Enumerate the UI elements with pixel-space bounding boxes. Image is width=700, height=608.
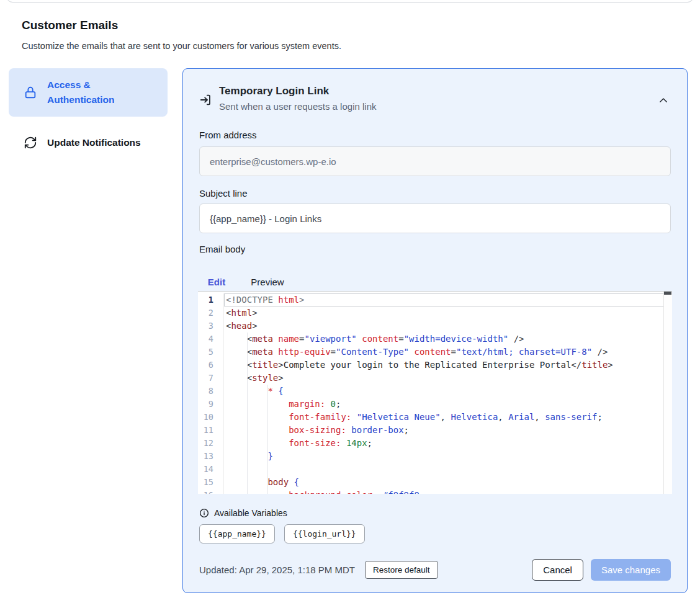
line-number: 9 <box>198 398 224 411</box>
sidebar-item-label: Access & Authentication <box>47 78 158 107</box>
subject-line-label: Subject line <box>199 188 248 199</box>
code-line[interactable]: 3<head> <box>198 320 672 333</box>
code-line-content: <title>Complete your login to the Replic… <box>224 359 672 372</box>
email-types-sidebar: Access & Authentication Update Notificat… <box>9 68 168 158</box>
line-number: 3 <box>198 320 224 333</box>
code-line-content: <meta http-equiv="Content-Type" content=… <box>224 346 672 359</box>
indent-guide <box>267 450 268 463</box>
save-changes-button[interactable]: Save changes <box>591 559 671 581</box>
indent-guide <box>247 346 248 359</box>
code-line[interactable]: 14 <box>198 463 672 476</box>
code-line[interactable]: 1<!DOCTYPE html> <box>198 293 672 306</box>
code-line[interactable]: 5 <meta http-equiv="Content-Type" conten… <box>198 346 672 359</box>
indent-guide <box>247 489 248 494</box>
login-icon <box>199 93 213 107</box>
refresh-icon <box>24 136 37 150</box>
card-subtitle: Sent when a user requests a login link <box>219 101 376 112</box>
line-number: 6 <box>198 359 224 372</box>
indent-guide <box>267 463 268 476</box>
code-line-content: font-family: "Helvetica Neue", Helvetica… <box>224 411 672 424</box>
variable-chip[interactable]: {{login_url}} <box>284 524 365 543</box>
indent-guide <box>247 450 248 463</box>
indent-guide <box>267 489 268 494</box>
page-title: Customer Emails <box>22 19 118 32</box>
code-line-content: <html> <box>224 306 672 320</box>
cancel-button[interactable]: Cancel <box>532 559 583 581</box>
indent-guide <box>247 398 248 411</box>
indent-guide <box>267 385 268 398</box>
indent-guide <box>247 333 248 346</box>
code-line[interactable]: 15 body { <box>198 476 672 489</box>
card-footer: Updated: Apr 29, 2025, 1:18 PM MDT Resto… <box>199 558 671 581</box>
tab-preview[interactable]: Preview <box>235 270 300 293</box>
variable-chips: {{app_name}}{{login_url}} <box>199 524 365 543</box>
sidebar-item-label: Update Notifications <box>47 135 141 150</box>
code-line[interactable]: 2<html> <box>198 306 672 320</box>
code-line-content: <!DOCTYPE html> <box>224 293 672 306</box>
line-number: 12 <box>198 437 224 450</box>
line-number: 4 <box>198 333 224 346</box>
from-address-input <box>199 146 671 176</box>
lock-icon <box>24 86 37 99</box>
editor-scrollbar-track[interactable] <box>663 292 672 494</box>
indent-guide <box>267 411 268 424</box>
code-line[interactable]: 8 * { <box>198 385 672 398</box>
tab-edit[interactable]: Edit <box>198 270 235 293</box>
code-line[interactable]: 6 <title>Complete your login to the Repl… <box>198 359 672 372</box>
line-number: 15 <box>198 476 224 489</box>
code-line[interactable]: 11 box-sizing: border-box; <box>198 424 672 437</box>
code-line[interactable]: 12 font-size: 14px; <box>198 437 672 450</box>
code-line-content: } <box>224 450 672 463</box>
code-line[interactable]: 13 } <box>198 450 672 463</box>
indent-guide <box>247 411 248 424</box>
code-line[interactable]: 9 margin: 0; <box>198 398 672 411</box>
code-line[interactable]: 16 background-color: #f9f9f9; <box>198 489 672 494</box>
sidebar-item-update-notifications[interactable]: Update Notifications <box>9 128 168 158</box>
temporary-login-link-card: Temporary Login Link Sent when a user re… <box>182 68 688 593</box>
line-number: 5 <box>198 346 224 359</box>
variable-chip[interactable]: {{app_name}} <box>199 524 275 543</box>
info-icon <box>199 508 209 518</box>
sidebar-item-access-authentication[interactable]: Access & Authentication <box>9 68 168 117</box>
code-line-content: box-sizing: border-box; <box>224 424 672 437</box>
available-variables-row: Available Variables <box>199 508 287 518</box>
editor-scrollbar-thumb[interactable] <box>664 292 671 295</box>
code-line[interactable]: 7 <style> <box>198 372 672 385</box>
previous-section-card-edge <box>6 0 694 2</box>
card-title: Temporary Login Link <box>219 85 329 97</box>
available-variables-label: Available Variables <box>214 508 287 518</box>
indent-guide <box>267 424 268 437</box>
line-number: 13 <box>198 450 224 463</box>
code-line[interactable]: 10 font-family: "Helvetica Neue", Helvet… <box>198 411 672 424</box>
code-line-content: body { <box>224 476 672 489</box>
email-body-code-editor[interactable]: 1<!DOCTYPE html>2<html>3<head>4 <meta na… <box>198 291 672 494</box>
email-body-label: Email body <box>199 244 245 254</box>
line-number: 2 <box>198 306 224 320</box>
indent-guide <box>247 385 248 398</box>
indent-guide <box>247 437 248 450</box>
code-line[interactable]: 4 <meta name="viewport" content="width=d… <box>198 333 672 346</box>
line-number: 14 <box>198 463 224 476</box>
code-line-content: <style> <box>224 372 672 385</box>
line-number: 1 <box>198 293 224 306</box>
line-number: 8 <box>198 385 224 398</box>
line-number: 10 <box>198 411 224 424</box>
code-line-content: <meta name="viewport" content="width=dev… <box>224 333 672 346</box>
updated-timestamp: Updated: Apr 29, 2025, 1:18 PM MDT <box>199 565 355 575</box>
line-number: 16 <box>198 489 224 494</box>
code-line-content: font-size: 14px; <box>224 437 672 450</box>
indent-guide <box>247 372 248 385</box>
indent-guide <box>247 424 248 437</box>
restore-default-button[interactable]: Restore default <box>365 561 438 579</box>
code-line-content <box>224 463 672 476</box>
code-line-content: margin: 0; <box>224 398 672 411</box>
code-line-content: background-color: #f9f9f9; <box>224 489 672 494</box>
code-line-content: * { <box>224 385 672 398</box>
indent-guide <box>267 398 268 411</box>
subject-line-input[interactable] <box>199 203 671 233</box>
page-subtitle: Customize the emails that are sent to yo… <box>22 41 341 51</box>
chevron-up-icon[interactable] <box>656 94 671 109</box>
indent-guide <box>247 463 248 476</box>
indent-guide <box>247 476 248 489</box>
line-number: 11 <box>198 424 224 437</box>
